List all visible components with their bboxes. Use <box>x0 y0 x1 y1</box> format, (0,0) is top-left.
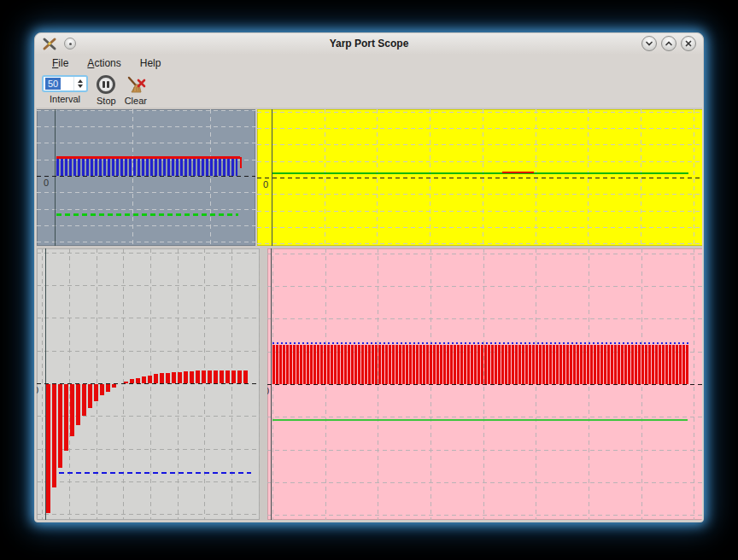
bar <box>58 384 62 468</box>
minimize-button[interactable] <box>641 36 657 51</box>
series-green-constant <box>272 172 688 174</box>
series-blue-square-wave <box>56 159 237 176</box>
plot-panel-bottom-left: 0 <box>37 248 260 520</box>
gridline-h <box>267 286 702 287</box>
gridline-v <box>210 109 211 246</box>
interval-label: Interval <box>50 94 80 104</box>
bar <box>82 384 86 416</box>
plot-panel-bottom-right: 0 <box>267 248 702 520</box>
bar <box>100 384 104 395</box>
zero-label: 0 <box>263 180 268 190</box>
series-red-segment <box>502 172 534 173</box>
gridline-h <box>37 481 260 482</box>
spin-up-icon[interactable] <box>78 79 83 83</box>
bar <box>220 370 224 383</box>
clear-label: Clear <box>125 96 147 106</box>
window-title: Yarp Port Scope <box>35 38 703 50</box>
bar <box>166 373 170 383</box>
interval-spinbox[interactable]: 50 <box>42 75 88 92</box>
bar <box>136 378 140 383</box>
interval-value: 50 <box>45 78 61 90</box>
spinbox-arrows[interactable] <box>73 77 86 90</box>
bar <box>64 384 68 451</box>
app-icon[interactable] <box>42 36 57 51</box>
series-green-constant <box>56 213 238 216</box>
gridline-v <box>123 248 124 520</box>
gridline-h <box>37 253 260 254</box>
gridline-h <box>37 126 255 127</box>
close-button[interactable] <box>681 36 696 51</box>
zero-line <box>37 176 255 177</box>
bar <box>88 384 92 408</box>
gridline-h <box>267 318 702 319</box>
bar <box>243 370 248 383</box>
bar <box>226 370 230 383</box>
bar <box>106 384 110 392</box>
stop-label: Stop <box>97 96 116 106</box>
bar <box>202 370 206 383</box>
dot-icon <box>69 43 72 45</box>
series-blue-dashed-constant <box>59 472 251 474</box>
menu-actions[interactable]: Actions <box>80 55 127 72</box>
stop-button[interactable]: Stop <box>97 75 116 106</box>
bar <box>184 371 188 383</box>
bar <box>130 379 134 383</box>
bar <box>46 384 50 513</box>
gridline-v <box>42 248 43 520</box>
gridline-h <box>267 515 702 516</box>
gridline-v <box>259 248 260 520</box>
plots-area: 0000 <box>36 108 702 521</box>
gridline-h <box>37 514 260 515</box>
titlebar[interactable]: Yarp Port Scope <box>35 33 703 54</box>
bar <box>231 370 236 383</box>
bar <box>237 370 242 383</box>
gridline-h <box>37 285 260 286</box>
maximize-button[interactable] <box>661 36 676 51</box>
bar <box>52 384 56 487</box>
clear-button[interactable]: Clear <box>125 75 147 106</box>
toolbar: 50 Interval Stop <box>35 73 703 108</box>
interval-tool: 50 Interval <box>42 75 88 104</box>
zero-label: 0 <box>44 178 49 188</box>
gridline-h <box>37 209 255 210</box>
app-window: Yarp Port Scope File Actions Help <box>34 32 704 522</box>
bar <box>94 384 98 401</box>
bar <box>76 384 80 425</box>
series-blue-dotted-constant <box>272 342 688 344</box>
window-menu-button[interactable] <box>64 38 76 50</box>
bar <box>70 384 74 436</box>
menubar: File Actions Help <box>35 54 703 73</box>
gridline-h <box>37 449 260 450</box>
bar <box>172 372 176 383</box>
bar <box>214 370 218 383</box>
pause-circle-icon <box>97 75 115 94</box>
gridline-h <box>267 482 702 483</box>
bar <box>148 376 152 383</box>
series-green-constant <box>272 419 688 421</box>
desktop-background: Yarp Port Scope File Actions Help <box>0 0 738 560</box>
bar <box>124 382 128 383</box>
zero-line <box>257 178 702 178</box>
gridline-v <box>204 248 205 520</box>
series-red-square-wave <box>272 345 688 384</box>
menu-file[interactable]: File <box>45 55 75 72</box>
gridline-h <box>37 242 255 242</box>
spin-down-icon[interactable] <box>78 85 83 88</box>
close-icon <box>684 39 693 48</box>
chevron-up-icon <box>665 39 673 48</box>
y-axis-line <box>55 109 56 246</box>
bar <box>190 371 194 383</box>
zero-label: 0 <box>267 387 269 396</box>
gridline-h <box>37 351 260 352</box>
zero-label: 0 <box>37 386 38 395</box>
series-red-constant-cursor <box>240 157 242 168</box>
plot-panel-top-left: 0 <box>37 109 255 246</box>
menu-help[interactable]: Help <box>133 55 168 72</box>
plot-panel-top-right: 0 <box>257 109 702 246</box>
gridline-h <box>267 417 702 417</box>
menu-actions-label: ctions <box>94 57 120 69</box>
gridline-v <box>231 248 232 520</box>
menu-file-label: ile <box>58 57 68 69</box>
gridline-h <box>267 254 702 254</box>
bar <box>154 374 158 383</box>
